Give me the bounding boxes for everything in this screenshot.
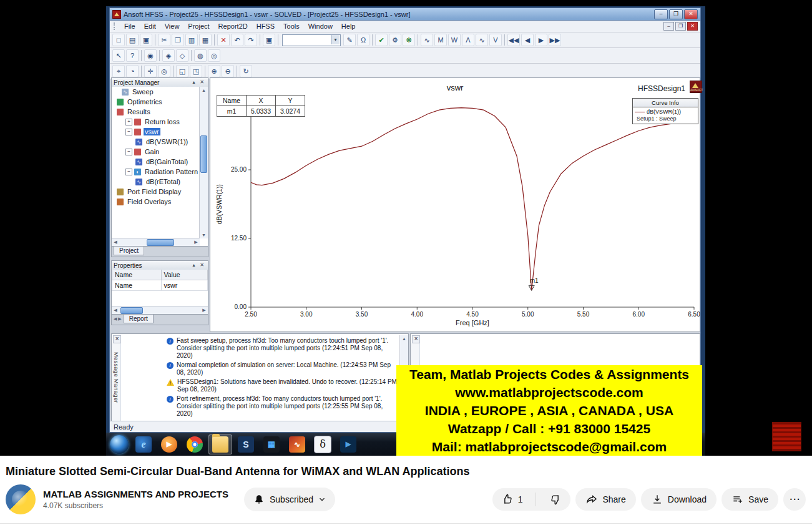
tree-item-return-loss[interactable]: +Return loss: [112, 117, 200, 127]
toolbar-web-update-icon[interactable]: ◉: [144, 49, 157, 62]
close-button[interactable]: ✕: [684, 9, 698, 19]
toolbar-rotate-icon[interactable]: ↻: [240, 65, 252, 77]
taskbar-icon-matlab[interactable]: ∿: [285, 434, 309, 454]
tab-project[interactable]: Project: [114, 247, 144, 255]
toolbar-coordinate-icon[interactable]: ⌖: [112, 65, 125, 77]
taskbar-icon-hfss-delta[interactable]: δ: [311, 434, 335, 454]
subscribed-button[interactable]: Subscribed: [244, 488, 335, 511]
toolbar-copy-icon[interactable]: ❐: [172, 34, 184, 46]
channel-name[interactable]: MATLAB ASSIGNMENTS AND PROJECTS: [43, 488, 238, 501]
share-button[interactable]: Share: [575, 488, 635, 511]
save-button[interactable]: Save: [722, 488, 778, 511]
tree-item-sweep[interactable]: ∿Sweep: [112, 87, 200, 97]
message-info[interactable]: iPort refinement, process hf3d: Too many…: [167, 395, 399, 418]
taskbar-icon-chrome[interactable]: [183, 434, 207, 454]
tree-expander-icon[interactable]: −: [125, 129, 132, 135]
dock-close-icon[interactable]: ✕: [113, 335, 121, 343]
taskbar-icon-internet-explorer[interactable]: e: [132, 434, 155, 454]
toolbar-redo-icon[interactable]: ↷: [245, 34, 257, 46]
tree-expander-icon[interactable]: −: [125, 149, 132, 155]
toolbar-orbit-icon[interactable]: ◔: [126, 65, 139, 77]
toolbar-save-icon[interactable]: ▣: [140, 34, 152, 46]
menu-help[interactable]: Help: [337, 21, 360, 32]
scroll-down-icon[interactable]: ▼: [200, 232, 208, 238]
tree-item-vswr[interactable]: −vswr: [112, 127, 200, 137]
panel-close-icon[interactable]: ✕: [198, 79, 206, 86]
menu-window[interactable]: Window: [304, 21, 337, 32]
tree-item-optimetrics[interactable]: Optimetrics: [112, 97, 200, 107]
channel-watermark[interactable]: [772, 422, 801, 451]
toolbar-zoom-in-icon[interactable]: ⊕: [208, 65, 220, 77]
taskbar-icon-designer-app[interactable]: ▦: [260, 434, 283, 454]
toolbar-report-sine-icon[interactable]: ∿: [421, 34, 433, 46]
toolbar-report-w-icon[interactable]: W: [448, 34, 461, 46]
menu-hfss[interactable]: HFSS: [252, 21, 279, 32]
toolbar-nav-first-icon[interactable]: ◀◀: [507, 34, 520, 46]
toolbar-field-sphere-icon[interactable]: ◍: [194, 49, 207, 62]
toolbar-mesh-settings-icon[interactable]: Ω: [357, 34, 369, 46]
toolbar-new-file-icon[interactable]: □: [112, 34, 125, 46]
message-warning[interactable]: !HFSSDesign1: Solutions have been invali…: [167, 378, 399, 393]
toolbar-pan-icon[interactable]: ✛: [144, 65, 157, 77]
tree-item-db-retotal[interactable]: ∿dB(rETotal): [112, 177, 200, 187]
dock-close-icon[interactable]: ✕: [412, 335, 420, 343]
tree-item-db-vswr-1[interactable]: ∿dB(VSWR(1)): [112, 137, 200, 147]
menu-view[interactable]: View: [160, 21, 184, 32]
tree-item-gain[interactable]: −Gain: [112, 147, 200, 157]
properties-column-header[interactable]: Value: [161, 270, 207, 280]
toolbar-open-file-icon[interactable]: ▤: [126, 34, 139, 46]
toolbar-material-combo[interactable]: ▾: [282, 34, 341, 46]
tree-item-db-gaintotal[interactable]: ∿dB(GainTotal): [112, 157, 200, 167]
toolbar-nav-prev-icon[interactable]: ◀: [521, 34, 534, 46]
like-button[interactable]: 1: [492, 488, 532, 511]
tree-item-field-overlays[interactable]: Field Overlays: [112, 197, 200, 207]
toolbar-validate-icon[interactable]: ✔: [375, 34, 388, 46]
toolbar-zoom-out-icon[interactable]: ⊖: [222, 65, 234, 77]
panel-pin-icon[interactable]: ▴: [190, 262, 198, 269]
message-info[interactable]: iFast sweep setup, process hf3d: Too man…: [167, 337, 399, 360]
toolbar-cut-icon[interactable]: ✂: [158, 34, 170, 46]
taskbar-icon-ansys-app[interactable]: ▶: [336, 434, 360, 454]
panel-pin-icon[interactable]: ▴: [190, 79, 198, 86]
toolbar-edit-sources-icon[interactable]: ✎: [343, 34, 356, 46]
properties-row[interactable]: Namevswr: [112, 280, 208, 291]
toolbar-field-overlay-icon[interactable]: ◎: [208, 49, 220, 62]
toolbar-nav-last-icon[interactable]: ▶▶: [549, 34, 561, 46]
tree-vertical-scrollbar[interactable]: ▲ ▼: [199, 87, 208, 238]
toolbar-context-help-icon[interactable]: ↖: [112, 49, 125, 62]
taskbar-icon-s-app[interactable]: S: [234, 434, 258, 454]
channel-avatar[interactable]: [6, 484, 36, 514]
scroll-up-icon[interactable]: ▲: [400, 335, 408, 342]
tree-item-radiation-pattern[interactable]: −◐Radiation Pattern: [112, 167, 200, 177]
tree-item-port-field-display[interactable]: Port Field Display: [112, 187, 200, 197]
toolbar-report-wave-icon[interactable]: ∿: [476, 34, 488, 46]
tree-expander-icon[interactable]: +: [125, 119, 132, 125]
toolbar-undo-icon[interactable]: ↶: [231, 34, 243, 46]
tree-horizontal-scrollbar[interactable]: ◀ ▶: [112, 238, 200, 247]
taskbar-icon-file-explorer[interactable]: [208, 434, 232, 454]
scroll-up-icon[interactable]: ▲: [200, 87, 208, 94]
more-actions-button[interactable]: ⋯: [783, 488, 806, 511]
toolbar-report-peak-icon[interactable]: Λ: [462, 34, 474, 46]
dislike-button[interactable]: [541, 488, 570, 511]
menu-file[interactable]: File: [120, 21, 140, 32]
panel-close-icon[interactable]: ✕: [198, 262, 206, 269]
mdi-close-button[interactable]: ✕: [687, 22, 698, 31]
restore-button[interactable]: ❐: [669, 9, 683, 19]
toolbar-boundary-visual-icon[interactable]: ◇: [176, 49, 188, 62]
properties-scrollbar[interactable]: ◀ ▶: [112, 306, 208, 315]
toolbar-nav-next-icon[interactable]: ▶: [535, 34, 547, 46]
toolbar-dynamic-zoom-icon[interactable]: ◎: [158, 65, 170, 77]
download-button[interactable]: Download: [641, 488, 717, 511]
toolbar-boundary-display-icon[interactable]: ◈: [162, 49, 175, 62]
tab-scroll-icons[interactable]: ◀ ▶: [114, 315, 124, 323]
window-titlebar[interactable]: Ansoft HFSS - Project25 - HFSSDesign1 - …: [110, 8, 700, 21]
toolbar-paste-icon[interactable]: ▥: [185, 34, 198, 46]
toolbar-report-m-icon[interactable]: M: [434, 34, 447, 46]
start-button[interactable]: [110, 435, 129, 454]
mdi-restore-button[interactable]: ❐: [675, 22, 686, 31]
toolbar-fit-selected-icon[interactable]: ◳: [190, 65, 202, 77]
taskbar-icon-media-player[interactable]: ▶: [157, 434, 181, 454]
minimize-button[interactable]: –: [654, 9, 668, 19]
message-info[interactable]: iNormal completion of simulation on serv…: [167, 361, 399, 376]
